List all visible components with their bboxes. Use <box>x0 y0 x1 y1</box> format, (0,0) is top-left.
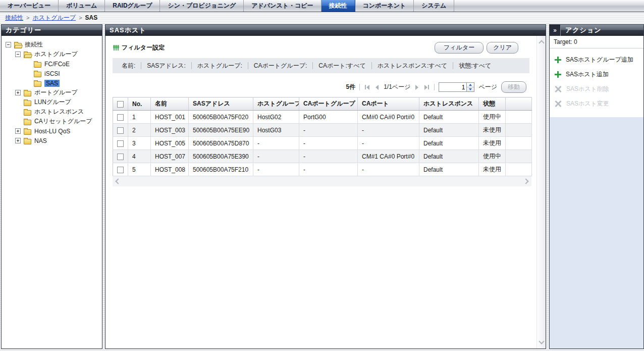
tree-item-ca-reset-group[interactable]: CAリセットグループ <box>2 117 102 126</box>
col-status: 状態 <box>479 97 506 111</box>
collapse-box-icon[interactable] <box>15 52 21 57</box>
criteria-ca-port-group: CAポートグループ: <box>254 62 307 70</box>
table-row[interactable]: 3 HOST_005 500605B00A75D870 - - - Defaul… <box>113 137 532 150</box>
main-panel: SASホスト フィルター設定 フィルター クリア 名前: <box>105 24 546 349</box>
collapse-box-icon[interactable] <box>6 42 11 47</box>
next-page-icon[interactable] <box>414 85 419 90</box>
folder-icon <box>24 101 31 106</box>
scroll-left-icon[interactable] <box>115 178 121 184</box>
tree-item-host-group[interactable]: ホストグループ <box>2 49 102 59</box>
stepper-down-icon[interactable] <box>467 87 474 91</box>
top-tab-bar: オーバービュー ボリューム RAIDグループ シン・プロビジョニング アドバンス… <box>0 0 644 12</box>
table-row[interactable]: 1 HOST_001 500605B00A75F020 HostG02 Port… <box>113 111 532 124</box>
category-panel-title: カテゴリー <box>2 25 102 36</box>
actions-list: SASホストグループ追加 SASホスト追加 SASホスト削除 SASホスト変更 <box>550 48 643 117</box>
breadcrumb-connectivity[interactable]: 接続性 <box>5 14 23 22</box>
prev-page-icon[interactable] <box>374 85 380 90</box>
tab-component[interactable]: コンポーネント <box>355 0 414 12</box>
expand-box-icon[interactable] <box>15 90 21 95</box>
category-panel: カテゴリー 接続性 ホストグループ FC/FCoE iSCSI <box>1 24 102 349</box>
open-folder-icon <box>14 43 22 48</box>
table-row[interactable]: 2 HOST_003 500605B00A75EE90 HostG03 - - … <box>113 124 532 137</box>
tree-item-nas[interactable]: NAS <box>2 136 102 145</box>
col-name: 名前 <box>151 97 189 111</box>
collapse-panel-button[interactable]: » <box>550 25 561 36</box>
folder-icon <box>24 120 31 125</box>
clear-button[interactable]: クリア <box>487 42 518 54</box>
row-checkbox[interactable] <box>117 127 124 134</box>
tab-raid-group[interactable]: RAIDグループ <box>105 0 160 12</box>
criteria-name: 名前: <box>122 62 135 70</box>
action-add-sas-host-group[interactable]: SASホストグループ追加 <box>550 53 643 67</box>
table-horizontal-scrollbar[interactable] <box>113 176 531 186</box>
row-checkbox[interactable] <box>117 154 124 160</box>
tab-connectivity[interactable]: 接続性 <box>321 0 355 12</box>
tab-volume[interactable]: ボリューム <box>59 0 105 12</box>
row-checkbox[interactable] <box>117 114 124 121</box>
filter-icon <box>113 44 120 52</box>
filter-button[interactable]: フィルター <box>435 42 484 54</box>
status-cell: 使用中 <box>479 111 506 124</box>
filter-settings-title: フィルター設定 <box>113 43 165 52</box>
tree-item-fc-fcoe[interactable]: FC/FCoE <box>2 59 102 69</box>
stepper-up-icon[interactable] <box>467 83 474 87</box>
row-checkbox[interactable] <box>117 140 124 147</box>
category-tree: 接続性 ホストグループ FC/FCoE iSCSI SAS <box>2 36 102 145</box>
scroll-right-icon[interactable] <box>523 178 528 184</box>
breadcrumb-host-group[interactable]: ホストグループ <box>32 14 76 22</box>
tree-item-lun-group[interactable]: LUNグループ <box>2 97 102 107</box>
criteria-status: 状態:すべて <box>459 62 491 70</box>
breadcrumb: 接続性 > ホストグループ > SAS <box>0 12 644 23</box>
table-row[interactable]: 5 HOST_008 500605B00A75F210 - - - Defaul… <box>113 163 532 176</box>
table-header-row: No. 名前 SASアドレス ホストグループ CAポートグループ CAポート ホ… <box>113 97 532 111</box>
criteria-host-group: ホストグループ: <box>197 62 242 70</box>
first-page-icon[interactable] <box>364 85 370 90</box>
actions-panel-title: アクション <box>561 25 602 36</box>
tree-item-connectivity[interactable]: 接続性 <box>2 40 102 49</box>
open-folder-icon <box>24 53 31 58</box>
status-cell: 未使用 <box>479 124 506 137</box>
plus-icon <box>555 71 561 78</box>
app-window: オーバービュー ボリューム RAIDグループ シン・プロビジョニング アドバンス… <box>0 0 644 351</box>
folder-icon <box>34 72 41 77</box>
status-cell: 未使用 <box>479 137 506 150</box>
tab-overview[interactable]: オーバービュー <box>0 0 59 12</box>
table-row[interactable]: 4 HOST_007 500605B00A75E390 - - CM#1 CA#… <box>113 150 532 163</box>
tree-item-iscsi[interactable]: iSCSI <box>2 69 102 78</box>
scroll-down-icon[interactable] <box>539 338 544 344</box>
vertical-scrollbar[interactable] <box>536 36 546 348</box>
record-count: 5件 <box>346 83 356 91</box>
tree-item-sas[interactable]: SAS <box>2 78 102 88</box>
scroll-up-icon[interactable] <box>539 40 544 45</box>
expand-box-icon[interactable] <box>15 138 21 143</box>
actions-panel: » アクション Target: 0 SASホストグループ追加 SASホスト追加 … <box>549 24 644 349</box>
tree-item-host-lu-qos[interactable]: Host-LU QoS <box>2 126 102 136</box>
x-icon <box>555 86 562 92</box>
tab-advanced-copy[interactable]: アドバンスト・コピー <box>244 0 321 12</box>
folder-icon <box>24 110 31 116</box>
tab-thin-provisioning[interactable]: シン・プロビジョニング <box>160 0 244 12</box>
criteria-host-response: ホストレスポンス:すべて <box>378 62 447 70</box>
row-checkbox[interactable] <box>117 167 124 173</box>
action-add-sas-host[interactable]: SASホスト追加 <box>550 67 643 82</box>
folder-icon <box>34 81 41 87</box>
select-all-checkbox[interactable] <box>117 101 124 108</box>
folder-icon <box>34 62 41 68</box>
col-ca-port-group: CAポートグループ <box>299 97 358 111</box>
tab-system[interactable]: システム <box>414 0 454 12</box>
col-host-group: ホストグループ <box>253 97 299 111</box>
col-spacer <box>506 97 532 111</box>
breadcrumb-separator: > <box>79 15 82 21</box>
tree-item-port-group[interactable]: ポートグループ <box>2 88 102 97</box>
folder-icon <box>24 129 31 135</box>
go-button[interactable]: 移動 <box>501 81 526 93</box>
tree-item-host-response[interactable]: ホストレスポンス <box>2 107 102 117</box>
expand-box-icon[interactable] <box>15 128 21 134</box>
last-page-icon[interactable] <box>423 85 430 90</box>
breadcrumb-separator: > <box>26 15 29 21</box>
plus-icon <box>555 57 561 63</box>
page-number-input[interactable] <box>439 82 467 92</box>
page-stepper[interactable] <box>467 82 474 92</box>
target-count: Target: 0 <box>550 36 643 48</box>
breadcrumb-current-sas: SAS <box>85 14 98 21</box>
